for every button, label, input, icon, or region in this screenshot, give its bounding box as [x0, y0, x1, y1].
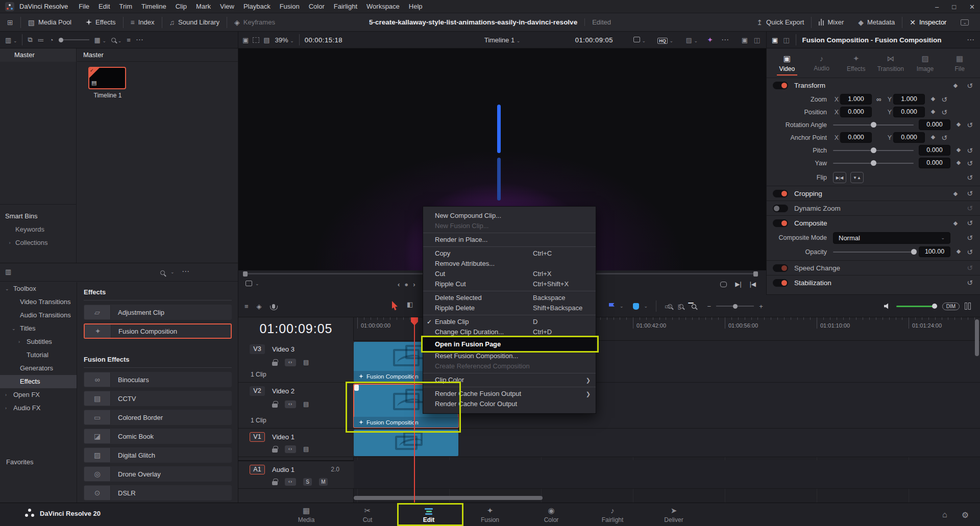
loop-button[interactable]	[720, 282, 727, 287]
page-edit[interactable]: Edit	[398, 503, 459, 526]
menu-item[interactable]: Fairlight	[329, 0, 362, 13]
stabilization-toggle[interactable]	[773, 279, 788, 287]
effects-button[interactable]: Effects	[79, 13, 123, 32]
cloud-sync-icon[interactable]: ◔	[50, 36, 54, 44]
context-menu-item[interactable]: ✓ New Fusion Clip... ❯	[423, 221, 596, 231]
expand-chevron-icon[interactable]: ›	[5, 402, 13, 415]
thumb-size-slider[interactable]	[59, 39, 89, 40]
reset-icon[interactable]: ↺	[966, 173, 974, 182]
rotation-field[interactable]: 0.000	[919, 119, 950, 130]
flag-icon[interactable]	[609, 303, 615, 310]
keyframe-icon[interactable]: ◆	[951, 190, 960, 197]
metadata-button[interactable]: ◆Metadata	[851, 13, 902, 32]
zoom-out-icon[interactable]: −	[707, 303, 712, 310]
category-item[interactable]: › Subtitles	[0, 335, 77, 348]
playhead[interactable]	[414, 317, 415, 503]
context-menu-item[interactable]: ✓ Delete Selected Backspace ❯	[423, 293, 596, 303]
context-menu-item[interactable]: ✓ Ripple Delete Shift+Backspace ❯	[423, 303, 596, 313]
speed-change-toggle[interactable]	[773, 264, 788, 272]
effect-item[interactable]: ◪ Comic Book	[84, 429, 232, 444]
menu-item[interactable]: Help	[404, 0, 427, 13]
flip-horizontal-button[interactable]: ▶|◀	[833, 172, 846, 183]
expand-chevron-icon[interactable]: ›	[5, 388, 13, 402]
mixer-panel-icon[interactable]	[965, 303, 971, 310]
transform-toggle[interactable]	[773, 82, 788, 89]
dim-button[interactable]: DIM	[942, 303, 960, 310]
position-x-field[interactable]: 0.000	[840, 107, 872, 117]
marker-icon[interactable]	[633, 303, 639, 310]
transform-dropdown-icon[interactable]: ⌄	[255, 281, 259, 286]
viewer-split-icon[interactable]: ◫	[754, 36, 760, 44]
minimize-button[interactable]: –	[935, 3, 939, 11]
mixer-button[interactable]: Mixer	[812, 13, 851, 32]
inspector-options-icon[interactable]: ⋯	[967, 35, 975, 44]
next-edit-button[interactable]: ▶|	[735, 281, 741, 288]
keyframe-icon[interactable]: ◆	[951, 82, 960, 89]
expand-chevron-icon[interactable]: ⌄	[12, 322, 20, 335]
selection-tool-icon[interactable]	[391, 301, 399, 311]
reset-icon[interactable]: ↺	[966, 234, 974, 242]
page-color[interactable]: ◉Color	[521, 503, 582, 526]
quick-export-button[interactable]: ↥Quick Export	[749, 13, 811, 32]
effects-options-icon[interactable]: ⋯	[182, 267, 190, 276]
reset-icon[interactable]: ↺	[966, 159, 974, 167]
context-menu-item[interactable]: ✓ Copy Ctrl+C ❯	[423, 248, 596, 259]
inspector-tab[interactable]: ▣ Video	[770, 48, 804, 78]
effect-item[interactable]: ◎ Drone Overlay	[84, 466, 232, 482]
expand-chevron-icon[interactable]: ⌄	[5, 282, 13, 295]
voiceover-mic-icon[interactable]	[272, 304, 275, 309]
opacity-field[interactable]: 100.00	[919, 246, 950, 257]
flip-vertical-button[interactable]: ▼▲	[850, 172, 864, 183]
category-item[interactable]: ⌄ Toolbox	[0, 282, 77, 295]
full-extent-zoom-icon[interactable]: ▭	[665, 303, 672, 310]
menu-item[interactable]: Mark	[191, 0, 215, 13]
usage-icon[interactable]: ≔	[38, 36, 44, 44]
transform-tool-icon[interactable]	[246, 281, 252, 286]
context-menu-item[interactable]: ✓ New Compound Clip... ❯	[423, 211, 596, 221]
effect-item[interactable]: ✦ Fusion Composition	[84, 323, 232, 339]
inspector-tab[interactable]: ✦ Effects	[839, 48, 873, 78]
page-fairlight[interactable]: ♪Fairlight	[582, 503, 643, 526]
cropping-section-header[interactable]: Cropping ◆ ↺	[767, 186, 980, 201]
context-menu-item[interactable]: ✓ Enable Clip D ❯	[423, 317, 596, 327]
effect-item[interactable]: ⊙ DSLR	[84, 485, 232, 500]
viewer-zoom-select[interactable]: 39% ⌄	[275, 36, 294, 44]
panel-toggle-button[interactable]: ⊞	[0, 13, 20, 32]
multicam-icon[interactable]: ▤	[263, 36, 270, 44]
timeline-clip-label[interactable]: Timeline 1	[77, 92, 138, 99]
anchor-y-field[interactable]: 0.000	[893, 132, 925, 143]
custom-zoom-icon[interactable]: ▔	[689, 303, 696, 310]
keyframe-icon[interactable]: ◆	[954, 121, 963, 129]
menu-item[interactable]: Playback	[239, 0, 275, 13]
rotation-slider[interactable]	[833, 124, 914, 126]
category-item[interactable]: › Audio FX	[0, 402, 77, 415]
reset-section-icon[interactable]: ↺	[966, 219, 974, 227]
keyframe-icon[interactable]: ◆	[929, 108, 937, 116]
sort-icon[interactable]: ≡	[127, 36, 131, 44]
fusion-clip-v1[interactable]	[354, 430, 458, 456]
stabilization-section-header[interactable]: Stabilization ↺	[767, 275, 980, 290]
timeline-vertical-scrollbar[interactable]	[975, 319, 979, 356]
app-menu[interactable]: DaVinci Resolve	[19, 3, 73, 10]
viewer-options-icon[interactable]: ⋯	[721, 35, 729, 44]
track-view-icon[interactable]: ▤	[303, 445, 309, 453]
menu-item[interactable]: View	[215, 0, 239, 13]
lock-track-icon[interactable]	[272, 362, 278, 366]
smart-bin-item[interactable]: Keywords	[0, 223, 77, 236]
bin-view-icon[interactable]: ▥ ⌄	[5, 36, 17, 44]
prev-edit-button[interactable]: |◀	[750, 281, 756, 288]
close-button[interactable]: ✕	[969, 3, 975, 11]
page-fusion[interactable]: ✦Fusion	[459, 503, 521, 526]
composite-toggle[interactable]	[773, 219, 788, 227]
keyframe-icon[interactable]: ◆	[929, 95, 937, 104]
track-selector[interactable]: V2	[250, 386, 265, 396]
reset-icon[interactable]: ↺	[966, 121, 974, 129]
context-menu-item[interactable]: ✓ Ripple Cut Ctrl+Shift+X ❯	[423, 279, 596, 289]
resolve-fx-ai-icon[interactable]: ✦	[707, 36, 713, 44]
category-item[interactable]: ⌄ Titles	[0, 322, 77, 335]
context-menu-item[interactable]: ✓ Clip Color ❯	[423, 375, 596, 385]
effects-search-button[interactable]	[160, 269, 165, 277]
keyframe-icon[interactable]: ◆	[951, 220, 960, 227]
search-dropdown-icon[interactable]: ⌄	[170, 269, 175, 274]
auto-select-icon[interactable]: ‹›	[285, 445, 296, 453]
